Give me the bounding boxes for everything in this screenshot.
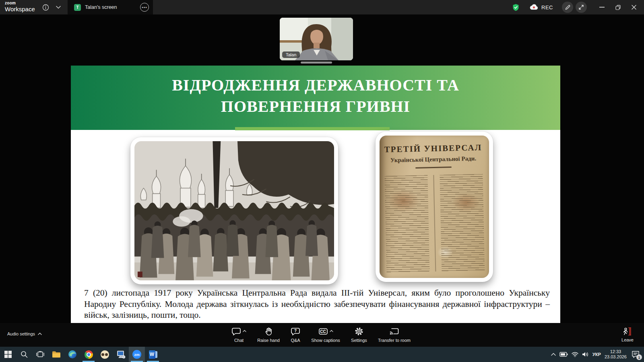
raise-hand-icon: [264, 327, 273, 336]
chevron-up-icon: [38, 333, 42, 335]
edge-button[interactable]: [64, 347, 80, 362]
slide-title-line1: ВІДРОДЖЕННЯ ДЕРЖАВНОСТІ ТА: [71, 74, 560, 96]
zoom-app-button[interactable]: zm: [129, 347, 145, 362]
tab-talans-screen[interactable]: T Talan's screen •••: [68, 0, 153, 14]
document-columns: [384, 174, 485, 272]
qa-label: Q&A: [291, 338, 300, 343]
start-button[interactable]: [0, 347, 16, 362]
task-view-button[interactable]: [32, 347, 48, 362]
action-center-button[interactable]: 1: [630, 350, 641, 359]
battery-icon[interactable]: [559, 352, 568, 357]
chat-options-chevron[interactable]: [243, 330, 246, 332]
leave-button[interactable]: Leave: [621, 327, 634, 342]
cloud-rec-icon: [529, 4, 539, 10]
tray-chevron-icon[interactable]: [551, 353, 556, 356]
chat-label: Chat: [234, 338, 244, 343]
brand-zoom: zoom: [5, 1, 35, 5]
task-view-icon: [36, 351, 44, 358]
photo-document-frame: ТРЕТІЙ УНІВЕРСАЛ Української Центральної…: [376, 132, 493, 282]
tray-date: 23.03.2026: [605, 354, 627, 360]
recording-indicator[interactable]: REC: [529, 0, 553, 14]
settings-button[interactable]: Settings: [351, 327, 367, 343]
close-icon[interactable]: [626, 0, 642, 14]
transfer-room-icon: [389, 327, 399, 336]
settings-icon: [354, 327, 364, 336]
language-indicator[interactable]: УКР: [592, 352, 601, 357]
photo-document: ТРЕТІЙ УНІВЕРСАЛ Української Центральної…: [380, 136, 489, 278]
settings-label: Settings: [351, 338, 367, 343]
zoom-app-icon: zm: [132, 350, 141, 359]
my-computer-button[interactable]: [113, 347, 129, 362]
word-icon: W: [149, 350, 157, 359]
search-icon: [21, 351, 28, 358]
captions-button[interactable]: CC Show captions: [311, 327, 340, 343]
leave-icon: [622, 327, 633, 336]
glasses-app-icon: [101, 350, 109, 359]
restore-icon[interactable]: [610, 0, 625, 14]
chrome-button[interactable]: [80, 347, 97, 362]
participant-name-tag: Talan: [282, 51, 300, 58]
raise-hand-label: Raise hand: [257, 338, 280, 343]
transfer-room-button[interactable]: Transfer to room: [378, 327, 411, 343]
word-button[interactable]: W: [145, 347, 161, 362]
volume-icon[interactable]: [582, 352, 589, 357]
notification-badge: 1: [636, 354, 642, 360]
taskbar-search-button[interactable]: [16, 347, 32, 362]
rec-label: REC: [541, 4, 553, 10]
toolbar-center-group: Chat Raise hand ?: [231, 327, 411, 343]
system-tray: УКР 12:33 23.03.2026 1: [551, 347, 641, 362]
fullscreen-icon[interactable]: [576, 2, 587, 13]
chat-icon: [231, 327, 241, 336]
start-icon: [4, 351, 12, 358]
audio-settings-label: Audio settings: [7, 331, 35, 336]
annotate-icon[interactable]: [562, 2, 573, 13]
chevron-down-icon[interactable]: [53, 2, 64, 12]
photo-crowd-frame: [130, 137, 338, 284]
drag-handle[interactable]: [301, 62, 332, 64]
explorer-icon: [52, 351, 61, 358]
slide-title: ВІДРОДЖЕННЯ ДЕРЖАВНОСТІ ТА ПОВЕРНЕННЯ ГР…: [71, 74, 560, 117]
zoom-app-badge: zm: [134, 352, 139, 357]
my-computer-icon: [116, 350, 126, 359]
qa-question-mark: ?: [291, 327, 300, 336]
chat-button[interactable]: Chat: [231, 327, 246, 343]
tray-time: 12:33: [605, 349, 627, 354]
leave-label: Leave: [621, 337, 634, 342]
audio-settings-button[interactable]: Audio settings: [7, 331, 42, 336]
chrome-icon: [85, 350, 93, 359]
slide-paragraph: 7 (20) листопада 1917 року Українська Це…: [84, 288, 550, 321]
wifi-icon[interactable]: [572, 352, 578, 357]
captions-cc-text: CC: [318, 327, 328, 336]
document-column-left: [384, 175, 429, 272]
meeting-toolbar: Audio settings Chat: [0, 323, 644, 347]
transfer-room-label: Transfer to room: [378, 338, 411, 343]
tab-more-icon[interactable]: •••: [140, 3, 149, 12]
zoom-workspace-window: zoom Workspace T Talan's screen ••• REC: [0, 0, 644, 362]
shared-screen-slide: ВІДРОДЖЕННЯ ДЕРЖАВНОСТІ ТА ПОВЕРНЕННЯ ГР…: [71, 66, 560, 323]
qa-button[interactable]: ? Q&A: [291, 327, 300, 343]
document-divider: [433, 175, 436, 272]
header-accent-bar: [235, 127, 390, 130]
captions-label: Show captions: [311, 338, 340, 343]
edge-icon: [68, 350, 77, 359]
participant-video[interactable]: Talan: [280, 18, 353, 60]
tray-clock[interactable]: 12:33 23.03.2026: [605, 349, 627, 360]
document-title: ТРЕТІЙ УНІВЕРСАЛ: [380, 142, 488, 155]
glasses-app-button[interactable]: [97, 347, 113, 362]
document-rule: [415, 167, 452, 169]
tab-avatar: T: [74, 4, 81, 11]
brand-workspace: Workspace: [5, 6, 35, 12]
document-subtitle: Української Центральної Ради.: [380, 155, 488, 164]
captions-options-chevron[interactable]: [330, 330, 333, 332]
document-column-right: [440, 174, 485, 271]
slide-title-line2: ПОВЕРНЕННЯ ГРИВНІ: [71, 96, 560, 117]
tab-title: Talan's screen: [85, 4, 140, 10]
word-badge: W: [150, 352, 154, 357]
windows-taskbar: zm W: [0, 347, 644, 362]
minimize-icon[interactable]: [594, 0, 609, 14]
slide-header: ВІДРОДЖЕННЯ ДЕРЖАВНОСТІ ТА ПОВЕРНЕННЯ ГР…: [71, 66, 560, 130]
raise-hand-button[interactable]: Raise hand: [257, 327, 280, 343]
file-explorer-button[interactable]: [48, 347, 64, 362]
shield-icon[interactable]: [512, 0, 519, 14]
info-icon[interactable]: [40, 2, 51, 12]
